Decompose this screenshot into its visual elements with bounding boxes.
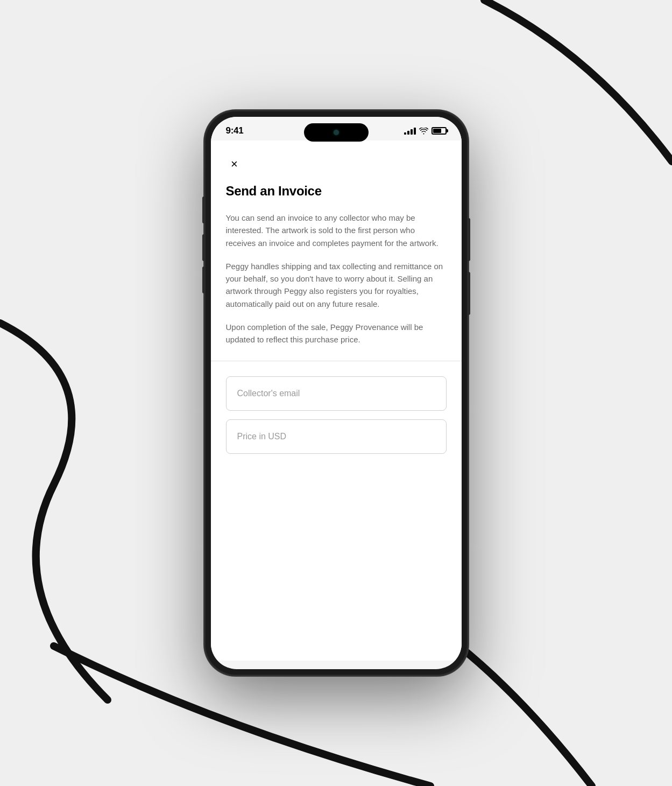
email-field[interactable]: Collector's email <box>226 376 447 411</box>
description-paragraph-2: Peggy handles shipping and tax collectin… <box>226 260 447 310</box>
close-button[interactable]: × <box>226 156 243 173</box>
battery-icon <box>432 127 447 135</box>
description-paragraph-1: You can send an invoice to any collector… <box>226 212 447 249</box>
screen-content: × Send an Invoice You can send an invoic… <box>211 141 462 661</box>
wifi-icon <box>419 128 428 135</box>
phone-frame: 9:41 <box>204 110 468 676</box>
phone-screen: 9:41 <box>211 117 462 669</box>
status-time: 9:41 <box>226 125 244 136</box>
content-area[interactable]: × Send an Invoice You can send an invoic… <box>211 141 462 661</box>
close-icon: × <box>231 158 238 170</box>
island-camera-dot <box>334 130 339 135</box>
price-placeholder: Price in USD <box>237 432 287 441</box>
dynamic-island <box>304 123 369 142</box>
email-placeholder: Collector's email <box>237 389 300 398</box>
description-paragraph-3: Upon completion of the sale, Peggy Prove… <box>226 321 447 346</box>
scene: 9:41 <box>0 0 672 786</box>
section-divider <box>211 361 462 361</box>
status-icons <box>404 127 447 135</box>
signal-icon <box>404 128 416 135</box>
page-title: Send an Invoice <box>226 184 447 199</box>
price-field[interactable]: Price in USD <box>226 419 447 454</box>
